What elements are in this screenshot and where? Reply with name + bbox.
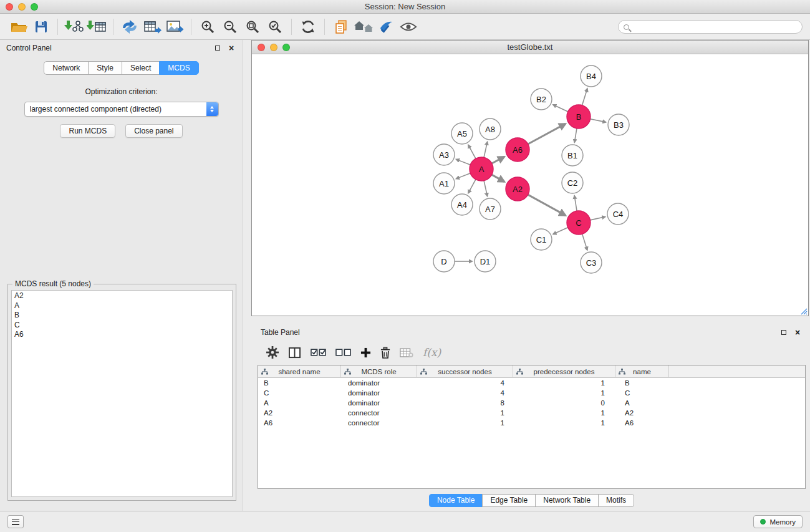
network-close-button[interactable] [258, 44, 265, 51]
close-panel-button[interactable]: × [226, 43, 236, 53]
node-C3[interactable]: C3 [581, 252, 602, 273]
node-B2[interactable]: B2 [531, 89, 552, 110]
edge-A-A7[interactable] [484, 181, 488, 196]
minimize-window-button[interactable] [18, 3, 26, 11]
edge-C-C1[interactable] [553, 228, 568, 235]
node-A7[interactable]: A7 [480, 198, 501, 220]
node-A8[interactable]: A8 [480, 118, 501, 140]
edge-A-A5[interactable] [468, 145, 476, 158]
show-column-button[interactable] [288, 347, 301, 359]
search-box[interactable] [618, 20, 803, 34]
close-window-button[interactable] [6, 3, 13, 11]
node-C2[interactable]: C2 [562, 172, 583, 193]
close-panel-mcds-button[interactable]: Close panel [125, 124, 182, 138]
column-header-mcds-role[interactable]: MCDS role [341, 365, 417, 378]
result-item[interactable]: A [12, 301, 232, 311]
table-row[interactable]: A2connector11A2 [258, 408, 805, 418]
node-A3[interactable]: A3 [433, 144, 455, 165]
tab-motifs[interactable]: Motifs [598, 494, 634, 507]
edge-A-A3[interactable] [456, 159, 470, 165]
import-table-button[interactable] [85, 16, 108, 37]
export-table-button[interactable] [141, 16, 163, 37]
edge-C-C3[interactable] [582, 234, 587, 250]
network-minimize-button[interactable] [270, 44, 277, 51]
add-column-button[interactable] [360, 347, 371, 358]
edge-A-A1[interactable] [456, 173, 470, 179]
delete-table-button[interactable] [400, 347, 413, 358]
memory-button[interactable]: Memory [753, 515, 803, 528]
edge-A-A8[interactable] [484, 142, 488, 157]
node-D1[interactable]: D1 [475, 251, 496, 272]
tab-select[interactable]: Select [122, 61, 160, 75]
edge-A-A4[interactable] [468, 180, 476, 193]
home-button[interactable] [352, 16, 375, 37]
edge-A6-B[interactable] [528, 123, 566, 144]
tab-network[interactable]: Network [44, 61, 89, 75]
result-item[interactable]: C [12, 321, 232, 331]
column-header-name[interactable]: name [615, 365, 669, 378]
table-close-button[interactable]: × [793, 327, 803, 337]
import-network-button[interactable] [63, 16, 85, 37]
node-C4[interactable]: C4 [607, 203, 629, 225]
zoom-selected-button[interactable] [264, 16, 286, 37]
table-settings-button[interactable] [266, 346, 279, 359]
zoom-fit-button[interactable] [241, 16, 264, 37]
node-A6[interactable]: A6 [506, 138, 529, 162]
node-B1[interactable]: B1 [562, 145, 583, 166]
node-C1[interactable]: C1 [531, 229, 552, 250]
search-input[interactable] [632, 22, 797, 31]
unselect-all-button[interactable] [335, 348, 351, 357]
edge-A-A6[interactable] [492, 157, 504, 163]
orange-document-button[interactable] [330, 16, 352, 37]
network-canvas[interactable]: AA6A2BCA5A8A3A1A4A7B2B4B3B1C2C4C1C3DD1 [252, 54, 808, 316]
float-panel-button[interactable] [213, 43, 223, 53]
edge-A2-C[interactable] [528, 195, 566, 215]
node-B[interactable]: B [567, 105, 591, 128]
tab-mcds[interactable]: MCDS [159, 61, 198, 75]
tab-network-table[interactable]: Network Table [535, 494, 599, 507]
tab-style[interactable]: Style [88, 61, 122, 75]
mcds-result-list[interactable]: A2ABCA6 [11, 290, 233, 497]
node-B3[interactable]: B3 [608, 114, 629, 135]
run-mcds-button[interactable]: Run MCDS [60, 124, 115, 138]
task-history-button[interactable] [7, 515, 24, 528]
fullscreen-window-button[interactable] [31, 3, 38, 11]
network-maximize-button[interactable] [282, 44, 290, 51]
node-A[interactable]: A [470, 157, 493, 181]
node-A4[interactable]: A4 [451, 194, 473, 215]
tab-edge-table[interactable]: Edge Table [482, 494, 536, 507]
result-item[interactable]: A2 [12, 291, 232, 301]
zoom-out-button[interactable] [219, 16, 241, 37]
export-image-button[interactable] [163, 16, 186, 37]
table-row[interactable]: Cdominator41C [258, 388, 805, 398]
node-A2[interactable]: A2 [506, 177, 529, 201]
node-A1[interactable]: A1 [433, 173, 455, 194]
criterion-dropdown[interactable]: largest connected component (directed) [24, 102, 219, 117]
apply-layout-button[interactable] [297, 16, 319, 37]
tab-node-table[interactable]: Node Table [429, 494, 483, 507]
edge-B-B3[interactable] [591, 119, 606, 122]
result-item[interactable]: A6 [12, 330, 232, 340]
edge-B-B2[interactable] [553, 105, 568, 112]
node-B4[interactable]: B4 [581, 65, 602, 87]
delete-column-button[interactable] [380, 347, 390, 359]
table-row[interactable]: Bdominator41B [258, 378, 805, 388]
node-A5[interactable]: A5 [451, 123, 473, 144]
eye-button[interactable] [397, 16, 420, 37]
save-session-button[interactable] [30, 16, 52, 37]
column-header-predecessor-nodes[interactable]: predecessor nodes [513, 365, 615, 378]
node-C[interactable]: C [567, 211, 591, 235]
select-all-button[interactable] [311, 348, 326, 357]
edge-B-B4[interactable] [582, 89, 587, 105]
table-row[interactable]: A6connector11A6 [258, 418, 805, 428]
column-header-shared-name[interactable]: shared name [258, 365, 341, 378]
zoom-in-button[interactable] [196, 16, 219, 37]
edge-B-B1[interactable] [574, 128, 577, 143]
table-row[interactable]: Adominator80A [258, 398, 805, 408]
edge-C-C4[interactable] [591, 216, 605, 220]
node-D[interactable]: D [433, 251, 455, 272]
function-builder-button[interactable]: f(x) [423, 346, 441, 359]
edge-C-C2[interactable] [574, 195, 577, 211]
table-float-button[interactable] [779, 327, 789, 337]
blue-check-button[interactable] [375, 16, 397, 37]
